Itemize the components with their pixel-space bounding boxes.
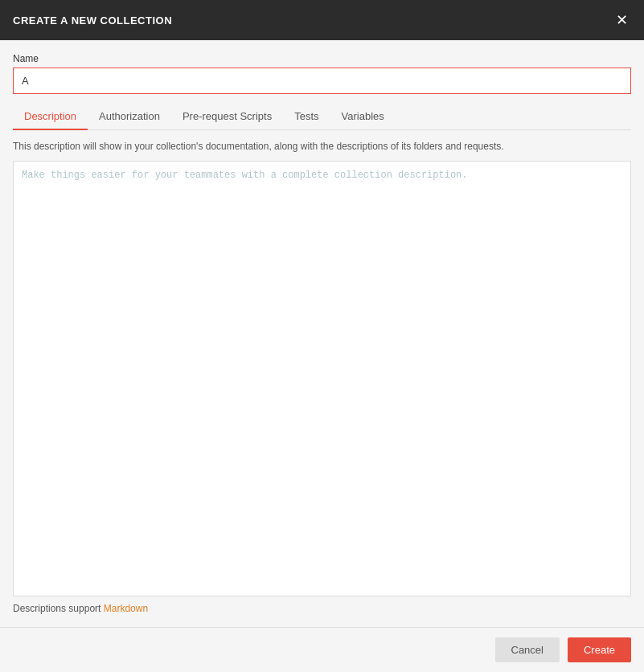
tab-authorization[interactable]: Authorization [88,104,171,130]
create-collection-modal: CREATE A NEW COLLECTION ✕ Name Descripti… [0,0,644,672]
create-button[interactable]: Create [568,637,631,662]
tab-description[interactable]: Description [13,104,88,130]
modal-header: CREATE A NEW COLLECTION ✕ [0,0,644,40]
modal-footer: Cancel Create [0,627,644,672]
markdown-note: Descriptions support Markdown [13,603,631,614]
tab-tests[interactable]: Tests [283,104,330,130]
name-input[interactable] [14,68,630,93]
modal-title: CREATE A NEW COLLECTION [13,14,172,27]
markdown-link[interactable]: Markdown [104,603,148,614]
tabs-row: Description Authorization Pre-request Sc… [13,104,631,130]
markdown-note-text: Descriptions support [13,603,104,614]
description-content: This description will show in your colle… [13,140,631,615]
cancel-button[interactable]: Cancel [495,637,560,662]
tab-variables[interactable]: Variables [330,104,396,130]
name-label: Name [13,53,631,64]
close-button[interactable]: ✕ [613,11,631,29]
name-input-wrapper [13,68,631,94]
description-textarea[interactable] [13,161,631,596]
tab-pre-request-scripts[interactable]: Pre-request Scripts [171,104,283,130]
description-info-text: This description will show in your colle… [13,140,631,154]
modal-body: Name Description Authorization Pre-reque… [0,40,644,627]
name-section: Name [13,53,631,94]
